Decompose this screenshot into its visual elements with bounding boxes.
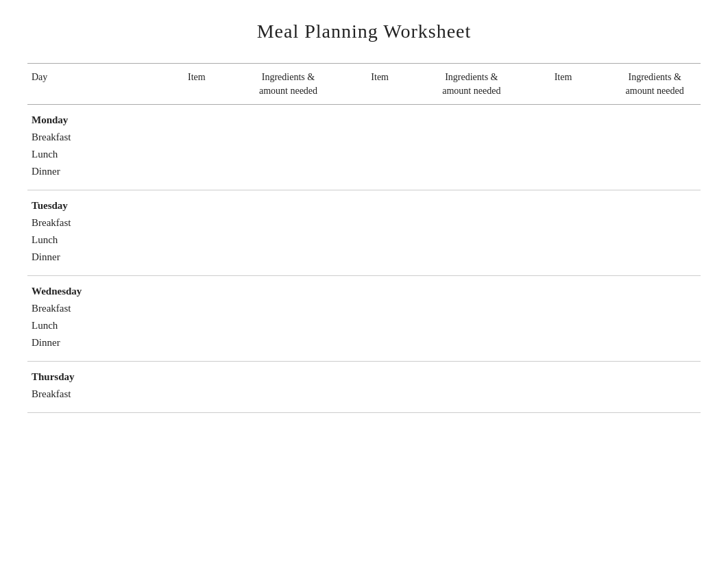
- meal-label: Lunch: [27, 147, 151, 162]
- meal-cell-empty: [518, 336, 609, 350]
- meal-cell-empty: [151, 250, 243, 264]
- meal-cell-empty: [243, 387, 335, 401]
- meal-label: Dinner: [27, 250, 151, 264]
- meal-row: Dinner: [27, 163, 701, 180]
- day-header-empty: [426, 284, 518, 299]
- meal-cell-empty: [426, 233, 518, 247]
- day-name: Wednesday: [27, 284, 151, 299]
- meal-cell-empty: [426, 130, 518, 145]
- meal-cell-empty: [151, 130, 243, 145]
- meal-cell-empty: [609, 147, 701, 162]
- meal-row: Lunch: [27, 317, 701, 334]
- day-header-empty: [243, 113, 335, 127]
- meal-cell-empty: [609, 387, 701, 401]
- day-section-monday: MondayBreakfastLunchDinner: [27, 105, 701, 190]
- day-name: Monday: [27, 113, 151, 127]
- day-header-empty: [609, 199, 701, 213]
- meal-cell-empty: [426, 216, 518, 230]
- meal-cell-empty: [609, 301, 701, 316]
- meal-cell-empty: [151, 216, 243, 230]
- meal-label: Breakfast: [27, 216, 151, 230]
- meal-cell-empty: [518, 301, 609, 316]
- meal-cell-empty: [243, 250, 335, 264]
- meal-cell-empty: [334, 130, 426, 145]
- meal-label: Lunch: [27, 318, 151, 333]
- meal-cell-empty: [426, 147, 518, 162]
- meal-row: Lunch: [27, 232, 701, 249]
- page: Meal Planning Worksheet Day Item Ingredi…: [0, 0, 728, 563]
- page-title: Meal Planning Worksheet: [27, 21, 701, 42]
- meal-label: Lunch: [27, 233, 151, 247]
- meal-row: Dinner: [27, 249, 701, 266]
- day-section-wednesday: WednesdayBreakfastLunchDinner: [27, 276, 701, 362]
- meal-cell-empty: [609, 130, 701, 145]
- meal-row: Dinner: [27, 334, 701, 351]
- day-header-empty: [609, 284, 701, 299]
- meal-cell-empty: [426, 301, 518, 316]
- meal-cell-empty: [151, 164, 243, 179]
- day-name-row: Thursday: [27, 368, 701, 386]
- day-section-tuesday: TuesdayBreakfastLunchDinner: [27, 190, 701, 276]
- meal-cell-empty: [518, 250, 609, 264]
- day-header-empty: [518, 284, 609, 299]
- meal-cell-empty: [334, 387, 426, 401]
- day-header-empty: [334, 199, 426, 213]
- meal-cell-empty: [334, 233, 426, 247]
- meal-cell-empty: [334, 301, 426, 316]
- meal-cell-empty: [243, 336, 335, 350]
- days-container: MondayBreakfastLunchDinnerTuesdayBreakfa…: [27, 105, 701, 413]
- day-name: Tuesday: [27, 199, 151, 213]
- meal-cell-empty: [334, 250, 426, 264]
- meal-cell-empty: [609, 336, 701, 350]
- meal-cell-empty: [243, 130, 335, 145]
- meal-label: Breakfast: [27, 301, 151, 316]
- meal-row: Breakfast: [27, 129, 701, 146]
- day-header-empty: [518, 113, 609, 127]
- meal-label: Breakfast: [27, 387, 151, 401]
- day-header-empty: [426, 113, 518, 127]
- header-ingredients-1: Ingredients &amount needed: [243, 69, 335, 99]
- day-header-empty: [334, 113, 426, 127]
- meal-cell-empty: [426, 164, 518, 179]
- day-header-empty: [151, 113, 243, 127]
- day-name: Thursday: [27, 370, 151, 384]
- meal-cell-empty: [426, 318, 518, 333]
- day-header-empty: [426, 199, 518, 213]
- header-item-2: Item: [334, 69, 426, 99]
- header-item-3: Item: [518, 69, 609, 99]
- header-ingredients-2: Ingredients &amount needed: [426, 69, 518, 99]
- meal-cell-empty: [518, 130, 609, 145]
- meal-cell-empty: [334, 164, 426, 179]
- meal-label: Breakfast: [27, 130, 151, 145]
- meal-row: Breakfast: [27, 214, 701, 232]
- day-header-empty: [243, 284, 335, 299]
- meal-row: Breakfast: [27, 386, 701, 403]
- day-header-empty: [518, 370, 609, 384]
- day-header-empty: [518, 199, 609, 213]
- day-header-empty: [151, 370, 243, 384]
- meal-cell-empty: [609, 250, 701, 264]
- meal-cell-empty: [426, 250, 518, 264]
- meal-label: Dinner: [27, 336, 151, 350]
- day-header-empty: [609, 370, 701, 384]
- meal-row: Lunch: [27, 146, 701, 163]
- meal-cell-empty: [518, 147, 609, 162]
- meal-cell-empty: [151, 301, 243, 316]
- meal-cell-empty: [609, 164, 701, 179]
- header-item-1: Item: [151, 69, 243, 99]
- meal-cell-empty: [151, 387, 243, 401]
- day-header-empty: [609, 113, 701, 127]
- meal-cell-empty: [151, 336, 243, 350]
- day-name-row: Tuesday: [27, 197, 701, 214]
- header-ingredients-3: Ingredients &amount needed: [609, 69, 701, 99]
- day-header-empty: [243, 370, 335, 384]
- meal-cell-empty: [243, 318, 335, 333]
- day-header-empty: [151, 284, 243, 299]
- day-header-empty: [426, 370, 518, 384]
- meal-cell-empty: [243, 233, 335, 247]
- day-header-empty: [334, 370, 426, 384]
- table-header: Day Item Ingredients &amount needed Item…: [27, 63, 701, 105]
- meal-cell-empty: [334, 147, 426, 162]
- meal-cell-empty: [334, 318, 426, 333]
- meal-cell-empty: [609, 233, 701, 247]
